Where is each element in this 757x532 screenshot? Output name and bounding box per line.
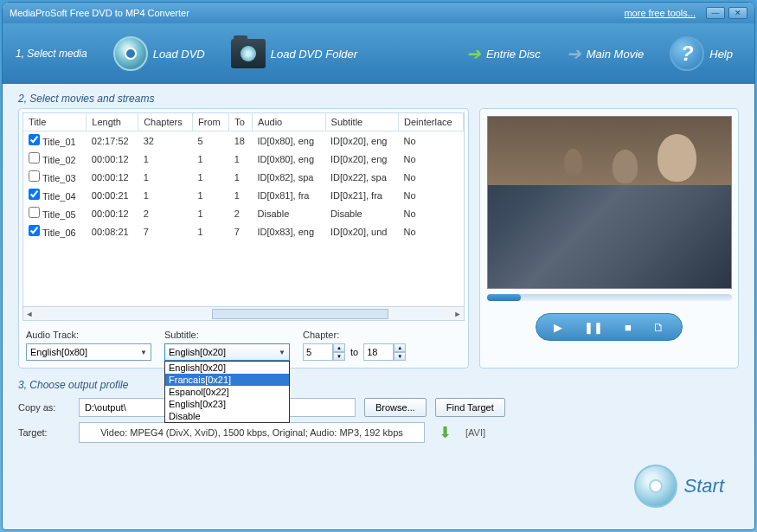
column-header[interactable]: Deinterlace [399,113,464,131]
table-row[interactable]: Title_0300:00:12111ID[0x82], spaID[0x22]… [23,168,464,186]
chapter-from-spinner[interactable]: ▲▼ [303,343,345,361]
more-tools-link[interactable]: more free tools... [624,8,696,18]
column-header[interactable]: Audio [253,113,325,131]
chapter-to-spinner[interactable]: ▲▼ [363,343,406,361]
audio-track-combo[interactable]: English[0x80] ▼ [26,343,151,361]
cell: No [399,186,464,204]
row-checkbox[interactable] [29,134,40,145]
cell: ID[0x20], eng [325,150,398,168]
cell: 1 [229,186,253,204]
horizontal-scrollbar[interactable]: ◄► [22,307,465,321]
chapter-to-label: to [350,347,358,357]
help-icon: ? [670,36,704,71]
dropdown-option[interactable]: Espanol[0x22] [165,386,289,398]
copy-as-label: Copy as: [18,402,70,413]
entire-disc-label: Entrie Disc [486,48,541,61]
column-header[interactable]: Subtitle [325,113,398,131]
cell: 00:08:21 [87,222,138,240]
arrow-right-icon: ➔ [466,43,481,64]
cell: ID[0x80], eng [253,131,325,151]
table-row[interactable]: Title_0400:00:21111ID[0x81], fraID[0x21]… [23,186,464,204]
minimize-button[interactable]: — [706,7,725,19]
cell: 1 [193,150,229,168]
dropdown-option[interactable]: English[0x20] [165,362,289,374]
cell: 1 [138,186,193,204]
cell: ID[0x80], eng [253,150,325,168]
cell: 7 [229,222,253,240]
titles-panel: TitleLengthChaptersFromToAudioSubtitleDe… [18,108,469,369]
main-toolbar: 1, Select media Load DVD Load DVD Folder… [3,23,754,84]
help-button[interactable]: ? Help [661,33,741,74]
pause-button[interactable]: ❚❚ [584,321,603,334]
dropdown-option[interactable]: English[0x23] [165,398,289,410]
column-header[interactable]: Chapters [138,113,193,131]
row-checkbox[interactable] [29,152,40,163]
subtitle-combo[interactable]: English[0x20] ▼ [164,343,290,361]
cell: No [399,150,464,168]
browse-button[interactable]: Browse... [364,398,427,417]
subtitle-value: English[0x20] [169,347,226,357]
step1-label: 1, Select media [16,48,87,60]
stop-button[interactable]: ■ [625,321,632,334]
close-button[interactable]: ✕ [728,7,747,19]
cell: 2 [138,204,193,222]
snapshot-button[interactable]: 🗋 [653,321,664,334]
cell: ID[0x21], fra [325,186,398,204]
row-checkbox[interactable] [29,189,40,200]
cell: No [399,168,464,186]
titlebar: MediaProSoft Free DVD to MP4 Converter m… [3,3,754,23]
column-header[interactable]: Length [87,113,138,131]
cell: 18 [229,131,253,151]
row-checkbox[interactable] [29,170,40,182]
row-checkbox[interactable] [29,225,40,236]
find-target-button[interactable]: Find Target [435,398,505,417]
spin-down-icon[interactable]: ▼ [394,352,406,361]
seek-bar[interactable] [487,294,732,301]
play-button[interactable]: ▶ [554,321,562,334]
arrow-right-icon: ➔ [567,43,581,64]
subtitle-label: Subtitle: [164,330,290,340]
spin-up-icon[interactable]: ▲ [394,343,406,352]
row-checkbox[interactable] [29,207,40,218]
cell: Disable [253,204,325,222]
chapter-to-input[interactable] [363,343,394,361]
cell: 1 [193,222,229,240]
cell: 1 [138,150,193,168]
column-header[interactable]: Title [23,113,87,131]
main-movie-button[interactable]: ➔ Main Movie [558,40,652,67]
start-button[interactable]: Start [634,465,724,508]
video-preview[interactable] [487,116,732,289]
audio-track-value: English[0x80] [30,347,87,357]
cell: 1 [138,168,193,186]
titles-table: TitleLengthChaptersFromToAudioSubtitleDe… [23,113,464,240]
chapter-from-input[interactable] [303,343,333,361]
table-row[interactable]: Title_0200:00:12111ID[0x80], engID[0x20]… [23,150,464,168]
table-row[interactable]: Title_0102:17:5232518ID[0x80], engID[0x2… [23,131,464,151]
load-dvd-button[interactable]: Load DVD [105,33,214,74]
arrow-down-icon[interactable]: ⬇ [439,423,452,442]
spin-up-icon[interactable]: ▲ [333,343,345,352]
target-profile-box[interactable]: Video: MPEG4 (DivX, XviD), 1500 kbps, Or… [79,422,425,443]
load-dvd-folder-button[interactable]: Load DVD Folder [222,35,366,72]
dropdown-option[interactable]: Francais[0x21] [165,374,289,386]
cell: 2 [229,204,253,222]
cell: 1 [193,204,229,222]
target-format: [AVI] [465,427,485,438]
table-row[interactable]: Title_0600:08:21717ID[0x83], engID[0x20]… [23,222,464,240]
cell: 5 [193,131,229,151]
main-movie-label: Main Movie [587,48,644,61]
target-label: Target: [18,427,70,438]
spin-down-icon[interactable]: ▼ [333,352,345,361]
folder-icon [231,39,266,68]
dropdown-option[interactable]: Disable [165,410,289,422]
cell: 1 [193,168,229,186]
column-header[interactable]: From [193,113,229,131]
column-header[interactable]: To [229,113,253,131]
load-folder-label: Load DVD Folder [271,48,357,61]
table-row[interactable]: Title_0500:00:12212DisableDisableNo [23,204,464,222]
cell: ID[0x20], und [325,222,398,240]
cell: No [399,222,464,240]
entire-disc-button[interactable]: ➔ Entrie Disc [458,40,549,67]
cell: ID[0x22], spa [325,168,398,186]
cell: 1 [229,150,253,168]
